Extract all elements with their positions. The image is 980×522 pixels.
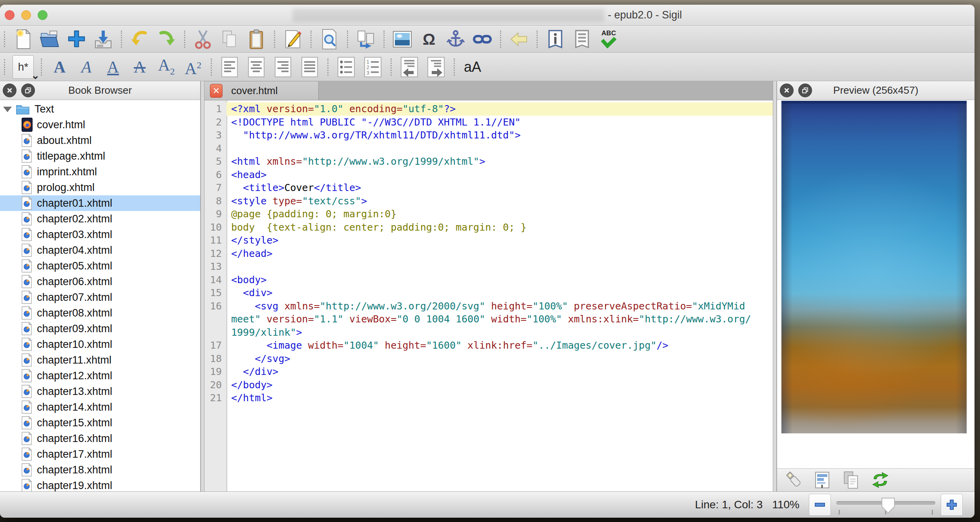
tree-item-chapter01-xhtml[interactable]: chapter01.xhtml (0, 195, 200, 211)
tree-item-prolog-xhtml[interactable]: prolog.xhtml (0, 180, 200, 195)
open-file-button[interactable] (38, 27, 61, 51)
disclosure-triangle-icon[interactable] (3, 107, 12, 112)
code-line[interactable]: 9@page {padding: 0; margin:0} (204, 207, 773, 221)
close-panel-button[interactable] (3, 84, 16, 97)
tree-item-chapter06-xhtml[interactable]: chapter06.xhtml (0, 274, 200, 289)
code-line[interactable]: 2<!DOCTYPE html PUBLIC "-//W3C//DTD XHTM… (204, 116, 773, 129)
code-line[interactable]: 1999/xlink"> (204, 326, 773, 339)
tree-item-Text[interactable]: Text (0, 101, 200, 117)
code-line[interactable]: 1<?xml version="1.0" encoding="utf-8"?> (204, 102, 773, 116)
tree-item-chapter09-xhtml[interactable]: chapter09.xhtml (0, 321, 200, 336)
insert-link-button[interactable] (471, 27, 494, 51)
metadata-editor-button[interactable] (544, 27, 567, 51)
tree-item-titlepage-xhtml[interactable]: titlepage.xhtml (0, 148, 200, 164)
numbered-list-button[interactable]: 123 (361, 55, 384, 79)
align-left-button[interactable] (218, 55, 241, 79)
code-line[interactable]: 8<style type="text/css"> (204, 195, 773, 208)
back-button[interactable] (507, 27, 530, 51)
tree-item-chapter19-xhtml[interactable]: chapter19.xhtml (0, 478, 200, 491)
code-line[interactable]: 21</html> (204, 391, 773, 405)
tree-item-chapter07-xhtml[interactable]: chapter07.xhtml (0, 289, 200, 305)
tree-item-chapter13-xhtml[interactable]: chapter13.xhtml (0, 384, 200, 399)
redo-button[interactable] (155, 27, 178, 51)
indent-button[interactable] (425, 55, 447, 79)
split-at-cursor-button[interactable] (354, 27, 377, 51)
align-justify-button[interactable] (298, 55, 321, 79)
new-file-button[interactable] (12, 27, 35, 51)
tab-cover-html[interactable]: ✕ cover.html (204, 82, 319, 100)
insert-anchor-button[interactable] (444, 27, 467, 51)
code-line[interactable]: 16 <svg xmlns="http://www.w3.org/2000/sv… (204, 300, 773, 313)
float-panel-button[interactable] (21, 84, 35, 97)
code-line[interactable]: 19 </div> (204, 365, 773, 378)
code-line[interactable]: 15 <div> (204, 286, 773, 300)
add-existing-files-button[interactable] (65, 27, 88, 51)
tree-item-chapter17-xhtml[interactable]: chapter17.xhtml (0, 446, 200, 462)
tree-item-cover-html[interactable]: cover.html (0, 117, 200, 133)
float-panel-button[interactable] (798, 84, 812, 97)
code-line[interactable]: 6<head> (204, 168, 773, 182)
tree-item-chapter18-xhtml[interactable]: chapter18.xhtml (0, 462, 200, 478)
bullet-list-button[interactable] (335, 55, 358, 79)
paste-button[interactable] (245, 27, 268, 51)
close-window-button[interactable] (5, 10, 15, 20)
edit-mode-button[interactable] (281, 27, 304, 51)
close-panel-button[interactable] (780, 84, 794, 97)
spellcheck-button[interactable]: ABC (597, 27, 620, 51)
tree-item-chapter15-xhtml[interactable]: chapter15.xhtml (0, 415, 200, 431)
splitter-right[interactable] (773, 81, 777, 491)
cut-button[interactable] (192, 27, 214, 51)
zoom-out-button[interactable] (809, 494, 831, 516)
bold-button[interactable]: A (48, 55, 71, 79)
slider-handle[interactable] (881, 497, 895, 514)
outdent-button[interactable] (398, 55, 421, 79)
copy-button[interactable] (841, 470, 861, 490)
code-line[interactable]: 3 "http://www.w3.org/TR/xhtml11/DTD/xhtm… (204, 129, 773, 142)
heading-dropdown[interactable]: h* ⌄ (12, 55, 35, 79)
tree-item-chapter08-xhtml[interactable]: chapter08.xhtml (0, 305, 200, 321)
code-line[interactable]: 7 <title>Cover</title> (204, 181, 773, 195)
tree-item-chapter05-xhtml[interactable]: chapter05.xhtml (0, 258, 200, 274)
italic-button[interactable]: A (75, 55, 98, 79)
code-line[interactable]: 5<html xmlns="http://www.w3.org/1999/xht… (204, 155, 773, 168)
underline-button[interactable]: A (102, 55, 124, 79)
change-case-button[interactable]: aA (461, 55, 484, 79)
refresh-preview-button[interactable] (871, 470, 890, 490)
code-line[interactable]: 4 (204, 142, 773, 155)
tree-item-chapter14-xhtml[interactable]: chapter14.xhtml (0, 399, 200, 415)
code-line[interactable]: 18 </svg> (204, 352, 773, 366)
tree-item-chapter04-xhtml[interactable]: chapter04.xhtml (0, 242, 200, 258)
zoom-window-button[interactable] (38, 10, 47, 20)
code-line[interactable]: 10body {text-align: center; padding:0; m… (204, 221, 773, 234)
tree-item-imprint-xhtml[interactable]: imprint.xhtml (0, 164, 200, 180)
align-right-button[interactable] (272, 55, 294, 79)
tree-item-chapter12-xhtml[interactable]: chapter12.xhtml (0, 368, 200, 384)
code-line[interactable]: 17 <image width="1004" height="1600" xli… (204, 339, 773, 352)
undo-button[interactable] (128, 27, 151, 51)
code-line[interactable]: 12</head> (204, 247, 773, 260)
code-line[interactable]: meet" version="1.1" viewBox="0 0 1004 16… (204, 313, 773, 326)
tree-item-chapter16-xhtml[interactable]: chapter16.xhtml (0, 431, 200, 446)
select-all-button[interactable] (812, 470, 832, 490)
toc-editor-button[interactable] (571, 27, 593, 51)
minimize-window-button[interactable] (21, 10, 31, 20)
code-line[interactable]: 20</body> (204, 378, 773, 392)
subscript-button[interactable]: A2 (155, 55, 178, 79)
strikethrough-button[interactable]: A (128, 55, 151, 79)
align-center-button[interactable] (245, 55, 268, 79)
tree-item-about-xhtml[interactable]: about.xhtml (0, 133, 200, 148)
splitter-left[interactable] (201, 81, 204, 491)
tab-close-icon[interactable]: ✕ (210, 84, 223, 98)
insert-image-button[interactable] (391, 27, 414, 51)
code-line[interactable]: 14<body> (204, 273, 773, 287)
save-button[interactable] (92, 27, 115, 51)
code-line[interactable]: 13 (204, 260, 773, 273)
code-line[interactable]: 11</style> (204, 234, 773, 247)
superscript-button[interactable]: A2 (182, 55, 204, 79)
tree-item-chapter02-xhtml[interactable]: chapter02.xhtml (0, 211, 200, 227)
zoom-slider[interactable] (836, 494, 935, 515)
find-replace-button[interactable] (318, 27, 341, 51)
tree-item-chapter03-xhtml[interactable]: chapter03.xhtml (0, 227, 200, 242)
copy-button[interactable] (218, 27, 241, 51)
tree-item-chapter11-xhtml[interactable]: chapter11.xhtml (0, 352, 200, 368)
